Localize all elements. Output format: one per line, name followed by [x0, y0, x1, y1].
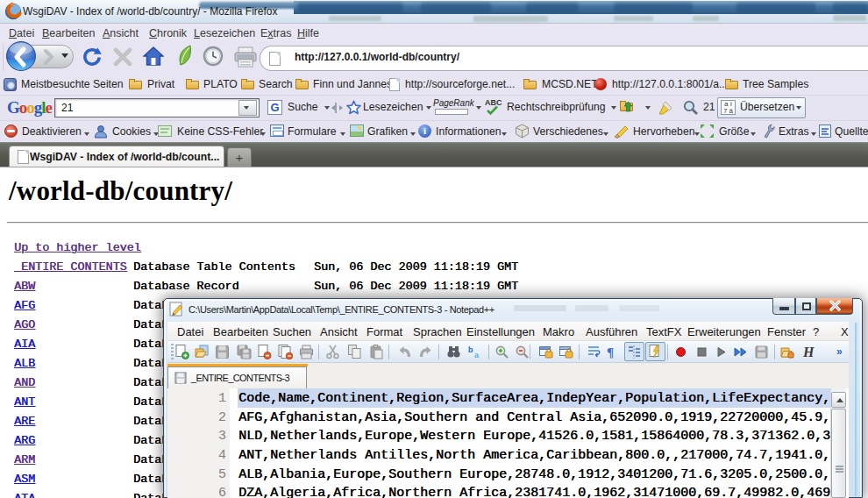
svg-text:a: a [474, 351, 480, 359]
svg-text:¶: ¶ [607, 345, 614, 359]
svg-text:H: H [802, 345, 815, 359]
svg-text:b: b [468, 345, 473, 354]
svg-text:»: » [836, 345, 843, 358]
